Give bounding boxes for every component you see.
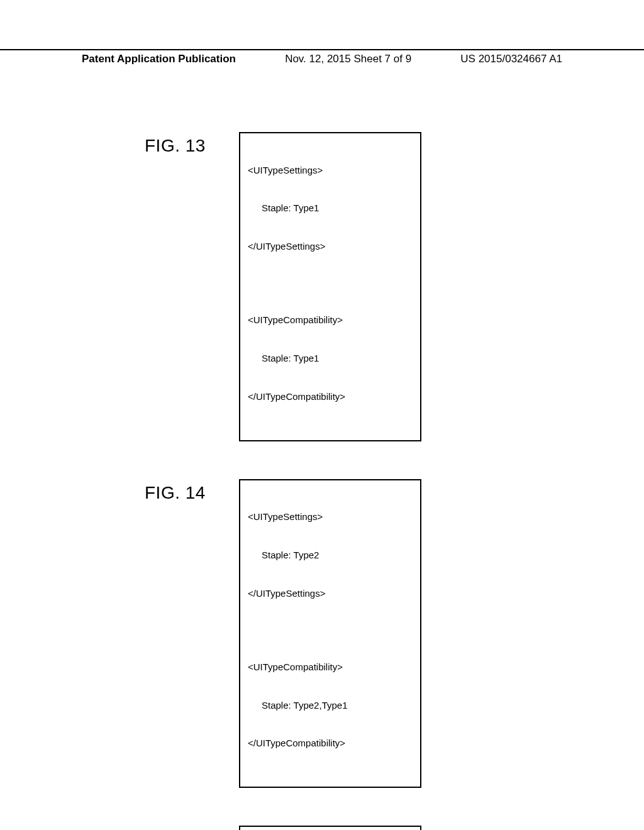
code-line: Staple: Type2,Type1	[248, 699, 413, 712]
code-line: Staple: Type1	[248, 202, 413, 214]
figure-15-code-box: <UITypeSettings> Staple: Type3 </UITypeS…	[239, 826, 421, 830]
code-line: <UITypeSettings>	[248, 511, 413, 523]
code-line: </UITypeSettings>	[248, 587, 413, 600]
code-line: Staple: Type1	[248, 352, 413, 365]
figure-15-label: FIG. 15	[145, 826, 239, 830]
figure-13-code-box: <UITypeSettings> Staple: Type1 </UITypeS…	[239, 132, 421, 441]
content-area: FIG. 13 <UITypeSettings> Staple: Type1 <…	[0, 132, 644, 830]
code-spacer	[248, 625, 413, 635]
header-row: Patent Application Publication Nov. 12, …	[0, 53, 644, 65]
figure-13-label: FIG. 13	[145, 132, 239, 156]
code-line: </UITypeCompatibility>	[248, 390, 413, 403]
header-center-text: Nov. 12, 2015 Sheet 7 of 9	[285, 53, 411, 65]
figure-15-block: FIG. 15 <UITypeSettings> Staple: Type3 <…	[0, 826, 644, 830]
header-right-text: US 2015/0324667 A1	[460, 53, 562, 65]
code-line: </UITypeSettings>	[248, 240, 413, 253]
figure-13-block: FIG. 13 <UITypeSettings> Staple: Type1 <…	[0, 132, 644, 441]
figure-14-label: FIG. 14	[145, 479, 239, 503]
figure-14-block: FIG. 14 <UITypeSettings> Staple: Type2 <…	[0, 479, 644, 788]
page-header: Patent Application Publication Nov. 12, …	[0, 49, 644, 65]
figure-14-code-box: <UITypeSettings> Staple: Type2 </UITypeS…	[239, 479, 421, 788]
code-line: <UITypeSettings>	[248, 164, 413, 177]
code-spacer	[248, 279, 413, 289]
code-line: Staple: Type2	[248, 549, 413, 562]
code-line: </UITypeCompatibility>	[248, 737, 413, 750]
header-left-text: Patent Application Publication	[82, 53, 236, 65]
code-line: <UITypeCompatibility>	[248, 661, 413, 673]
code-line: <UITypeCompatibility>	[248, 314, 413, 326]
